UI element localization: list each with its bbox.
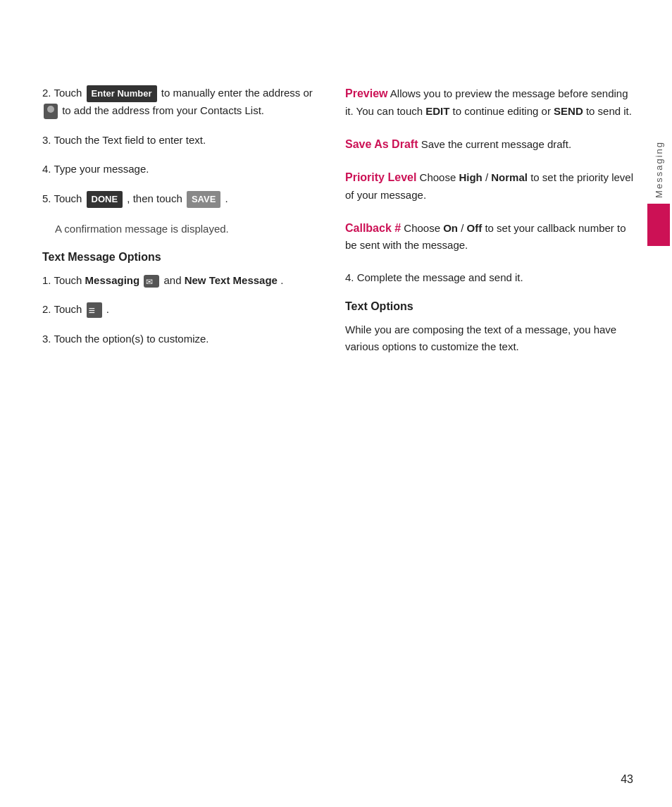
tmo1-suffix: . (280, 274, 283, 286)
tmo1-prefix: 1. Touch (42, 274, 85, 286)
tmo-item-2: 2. Touch . (42, 301, 317, 318)
callback-slash: / (461, 222, 463, 234)
preview-middle: to continue editing or (453, 105, 554, 117)
contacts-icon (44, 104, 58, 119)
step5-middle: , then touch (127, 192, 185, 204)
priority-level-section: Priority Level Choose High / Normal to s… (345, 168, 634, 204)
page-number: 43 (621, 773, 633, 786)
tmo3-text: 3. Touch the option(s) to customize. (42, 331, 317, 347)
tmo1-messaging-bold: Messaging (85, 274, 140, 286)
menu-icon (87, 302, 102, 318)
step3-text: 3. Touch the Text field to enter text. (42, 132, 317, 148)
callback-section: Callback # Choose On / Off to set your c… (345, 219, 634, 254)
callback-prefix: Choose (404, 222, 443, 234)
right-step-4: 4. Complete the message and send it. (345, 269, 634, 285)
preview-edit-bold: EDIT (425, 105, 449, 117)
messaging-icon (144, 275, 159, 288)
done-button[interactable]: DONE (87, 191, 123, 208)
sidebar-label-text: Messaging (654, 141, 664, 198)
priority-level-title: Priority Level (345, 171, 416, 183)
step4-text: 4. Type your message. (42, 161, 317, 177)
callback-on-bold: On (443, 222, 458, 234)
save-as-draft-title: Save As Draft (345, 138, 418, 150)
step-2: 2. Touch Enter Number to manually enter … (42, 85, 317, 119)
step2-middle: to manually enter the address or (161, 87, 313, 99)
step-4: 4. Type your message. (42, 161, 317, 177)
enter-number-button[interactable]: Enter Number (87, 85, 157, 102)
step5-prefix: 5. Touch (42, 192, 85, 204)
text-options-text: While you are composing the text of a me… (345, 321, 634, 355)
tmo2-suffix: . (106, 303, 109, 315)
left-column: 2. Touch Enter Number to manually enter … (42, 85, 338, 765)
step-3: 3. Touch the Text field to enter text. (42, 132, 317, 148)
priority-level-prefix: Choose (420, 171, 459, 183)
step2-suffix: to add the address from your Contacts Li… (62, 104, 264, 116)
callback-off-bold: Off (467, 222, 483, 234)
sidebar: Messaging (645, 141, 672, 246)
step2-prefix: 2. Touch (42, 87, 82, 99)
step5-suffix: . (225, 192, 228, 204)
save-button[interactable]: SAVE (187, 191, 220, 208)
preview-title: Preview (345, 87, 387, 99)
right-step4-text: 4. Complete the message and send it. (345, 269, 634, 285)
preview-send-bold: SEND (554, 105, 583, 117)
priority-slash: / (485, 171, 488, 183)
sidebar-accent-bar (647, 204, 670, 246)
confirmation-message: A confirmation message is displayed. (55, 221, 317, 237)
step-5: 5. Touch DONE , then touch SAVE . (42, 190, 317, 208)
tmo2-prefix: 2. Touch (42, 303, 85, 315)
save-as-draft-section: Save As Draft Save the current message d… (345, 135, 634, 154)
priority-normal-bold: Normal (491, 171, 528, 183)
text-message-options-title: Text Message Options (42, 251, 317, 264)
tmo-item-3: 3. Touch the option(s) to customize. (42, 331, 317, 347)
save-as-draft-text: Save the current message draft. (421, 138, 571, 150)
tmo-item-1: 1. Touch Messaging and New Text Message … (42, 272, 317, 288)
tmo1-new-text-message: New Text Message (185, 274, 278, 286)
preview-suffix: to send it. (586, 105, 632, 117)
right-column: Preview Allows you to preview the messag… (338, 85, 634, 765)
tmo1-and: and (163, 274, 184, 286)
confirmation-text: A confirmation message is displayed. (55, 221, 317, 237)
preview-section: Preview Allows you to preview the messag… (345, 85, 634, 120)
text-options-body: While you are composing the text of a me… (345, 321, 634, 355)
text-options-title: Text Options (345, 300, 634, 313)
callback-title: Callback # (345, 222, 401, 234)
priority-high-bold: High (459, 171, 482, 183)
